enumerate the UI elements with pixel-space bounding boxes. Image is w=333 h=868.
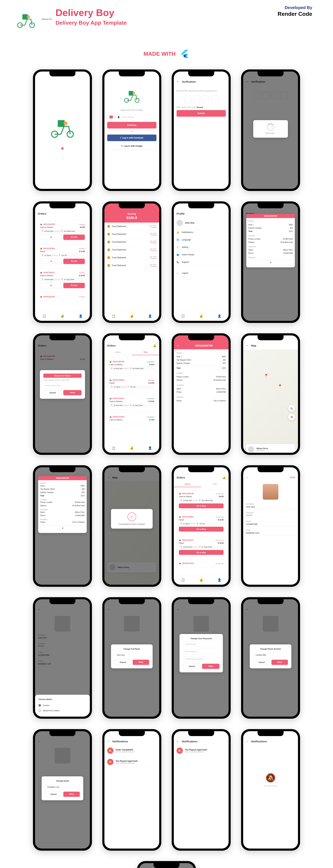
- profile-row-invite[interactable]: 👥Invite Friends›: [174, 251, 229, 258]
- reject-button[interactable]: ✕: [40, 235, 62, 240]
- submit-button[interactable]: Submit: [176, 110, 226, 117]
- back-icon[interactable]: ←: [176, 80, 180, 84]
- continue-button[interactable]: Continue: [107, 122, 157, 128]
- order-card[interactable]: 📦 OID123456789CompletedCash on Delivery$…: [107, 358, 157, 374]
- earning-row[interactable]: 🍔Food Delivered1 Jan 2020Pending: [104, 222, 159, 230]
- order-card[interactable]: 📦 OID123789654On the wayPayed$ 12.00📍91 …: [176, 513, 226, 534]
- locate-fab[interactable]: 🎯: [288, 413, 295, 421]
- users-icon: 👥: [176, 253, 180, 256]
- order-card[interactable]: 📦 OID123456789On the wayCash on Delivery…: [176, 489, 226, 510]
- congrats-modal: ✓ Congratulations! Order Completed.: [111, 509, 153, 529]
- support-icon: 📞: [176, 261, 180, 264]
- svg-point-7: [64, 121, 67, 125]
- phone-edit-profile: ←Done Full NameJohn Doe Password********…: [241, 465, 300, 587]
- email-dialog: Change Email test@abc.com CancelOkay: [42, 776, 83, 800]
- earning-row[interactable]: 🍔Food Delivered1 Jan 2020Pending: [104, 261, 159, 270]
- profile-row-support[interactable]: 📞Support›: [174, 258, 229, 266]
- nav-profile-icon[interactable]: 👤: [79, 314, 82, 318]
- logo-area: Delivery Pro: [14, 7, 52, 31]
- profile-row-setting[interactable]: ⚙Setting›: [174, 244, 229, 251]
- name-field[interactable]: Full NameJohn Doe: [246, 503, 295, 509]
- new-pwd-input[interactable]: New Password: [183, 649, 220, 654]
- close-button[interactable]: ✕: [40, 526, 85, 531]
- name-input[interactable]: John Doe: [114, 652, 149, 658]
- order-card[interactable]: 📦 OID123789654RejectedPayed$ 12.00📍91 Op…: [107, 376, 157, 392]
- page-header: Delivery Pro Delivery Boy Delivery Boy A…: [0, 0, 333, 38]
- signin-logo: [122, 85, 142, 105]
- earning-row[interactable]: 🍔Food Delivered1 Jan 2020Pending: [104, 230, 159, 238]
- call-fab[interactable]: 📞: [288, 405, 295, 412]
- google-button[interactable]: GLog in with Google: [107, 143, 157, 150]
- send-button[interactable]: Send: [63, 390, 81, 395]
- order-card[interactable]: 📦 OID457546321CompletedCash on Delivery$…: [107, 394, 157, 410]
- nav-orders-icon[interactable]: 📋: [42, 314, 46, 318]
- facebook-button[interactable]: fLog in with Facebook: [107, 134, 157, 141]
- phone-field[interactable]: Phone1234567890: [246, 521, 295, 527]
- phone-profile: Profile John Doe› 🔔Notifications› 🌐Langu…: [172, 202, 231, 323]
- profile-row-logout[interactable]: ↪Logout: [174, 270, 229, 277]
- resend-link[interactable]: Resend: [197, 106, 203, 108]
- bell-icon[interactable]: 🔔: [153, 344, 157, 347]
- congrats-text: Congratulations! Order Completed.: [114, 523, 149, 525]
- old-pwd-input[interactable]: Old Password: [183, 641, 220, 647]
- confirm-pwd-input[interactable]: Confirm New Password: [183, 656, 220, 662]
- goto-map-button[interactable]: Go to Map: [179, 503, 224, 508]
- svg-rect-10: [129, 91, 133, 95]
- earning-row[interactable]: 🍔Food Delivered1 Jan 2020Pending: [104, 246, 159, 254]
- phone-dlg-email: ← Change Email test@abc.com CancelOkay: [33, 729, 92, 850]
- avatar[interactable]: [263, 484, 278, 500]
- tab-past[interactable]: Past: [132, 349, 159, 355]
- cancel-button[interactable]: Cancel: [114, 660, 131, 665]
- phone-notifications-1: ←Notifications 🔔You Payout Approved!Orde…: [172, 729, 231, 850]
- gallery-option[interactable]: Upload from Gallery: [38, 708, 87, 713]
- order-card[interactable]: 📦 OID457546321On the wayPayed$ 15.00📍28 …: [176, 536, 226, 557]
- nav-earning-icon[interactable]: 💰: [61, 314, 64, 318]
- map-view[interactable]: 📍 📍 📞 🎯 Allison PerryYogi Chowk Finish: [243, 349, 298, 453]
- globe-icon: 🌐: [176, 239, 180, 241]
- tab-past[interactable]: Past: [201, 481, 229, 487]
- reason-input[interactable]: Enter Reason Here..: [43, 383, 81, 389]
- radio-icon: [38, 704, 41, 707]
- order-detail-modal: OID123456789 Orders Deal 1$450 Delivery …: [246, 214, 295, 267]
- accept-button[interactable]: Accept: [63, 235, 85, 240]
- food-icon: 🍔: [107, 225, 110, 228]
- phone-input[interactable]: ▾ 📱 Phone Number: [107, 114, 157, 120]
- email-input[interactable]: test@abc.com: [45, 784, 80, 790]
- logo-caption: Delivery Pro: [42, 18, 52, 20]
- otp-inputs[interactable]: [176, 95, 226, 103]
- notification-item[interactable]: 🔔Order Completed!Order Completed deliver…: [104, 745, 159, 756]
- signin-hint: Signin with Phone Number: [107, 109, 157, 111]
- camera-option[interactable]: Camera: [38, 703, 87, 708]
- order-card[interactable]: 📦 OID452347953CompletedCash on Delivery$…: [107, 413, 157, 424]
- cancel-button[interactable]: Cancel: [43, 390, 62, 395]
- spinner-icon: [267, 124, 274, 130]
- bottom-nav: 📋 💰 👤: [35, 311, 90, 321]
- reject-modal: Reason for Reject Write a specific reaso…: [40, 370, 85, 399]
- order-card[interactable]: 📦 OID123456789Pending Cash on Delivery$ …: [38, 220, 87, 242]
- made-with-row: MADE WITH: [0, 49, 333, 59]
- tab-active[interactable]: Active: [104, 349, 132, 355]
- phone-verify: ←Verification Enter the OTP code from th…: [172, 69, 231, 191]
- profile-row-notifications[interactable]: 🔔Notifications›: [174, 229, 229, 236]
- notification-item[interactable]: 🔔You Payout Approved!Order Completed del…: [174, 745, 229, 756]
- close-button[interactable]: ✕: [248, 260, 293, 265]
- earning-row[interactable]: 🍔Food Delivered1 Jan 2020Pending: [104, 238, 159, 246]
- earning-header: Earning $180.8: [104, 210, 159, 222]
- notification-item[interactable]: 🔔You Payout Approved!Order Completed del…: [104, 756, 159, 768]
- appbar: ←Verification: [174, 78, 229, 85]
- flutter-icon: [179, 49, 189, 59]
- done-button[interactable]: Done: [290, 476, 295, 478]
- tab-active[interactable]: Active: [174, 481, 201, 487]
- profile-user-row[interactable]: John Doe›: [174, 217, 229, 229]
- password-field[interactable]: Password********: [246, 512, 295, 518]
- okay-button[interactable]: Okay: [133, 660, 149, 665]
- order-card[interactable]: 📦 OID123789654Pending Payed$ 12.00 📍91 O…: [38, 244, 87, 266]
- profile-row-language[interactable]: 🌐Language›: [174, 236, 229, 244]
- phone-input[interactable]: 1234567890: [253, 652, 288, 658]
- order-card[interactable]: 📦 OID457546321Pending Cash on Delivery$ …: [38, 268, 87, 290]
- dev-name: Render Code: [278, 11, 312, 17]
- bell-icon[interactable]: 🔔: [222, 476, 226, 479]
- phone-earning: Earning $180.8 🍔Food Delivered1 Jan 2020…: [102, 202, 161, 323]
- earning-row[interactable]: 🍔Food Delivered1 Jan 2020Pending: [104, 254, 159, 261]
- email-field[interactable]: Emailtest@abc.com: [246, 529, 295, 535]
